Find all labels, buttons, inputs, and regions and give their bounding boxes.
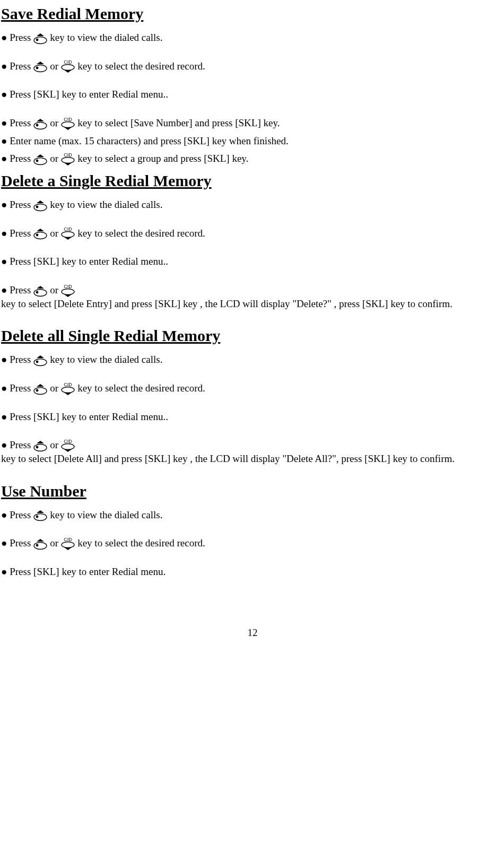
redial-up-icon	[32, 227, 48, 240]
cid-down-icon: CID	[60, 227, 76, 241]
instruction-item: ● Press or CID key to select the desired…	[1, 227, 504, 241]
section-heading: Delete a Single Redial Memory	[1, 170, 504, 191]
svg-point-5	[36, 67, 39, 69]
svg-marker-0	[37, 33, 44, 36]
svg-point-43	[62, 387, 74, 393]
svg-text:CID: CID	[64, 537, 72, 542]
svg-text:CID: CID	[64, 59, 72, 65]
instruction-item: ● Press [SKL] key to enter Redial menu..	[1, 411, 504, 424]
svg-marker-24	[37, 229, 44, 231]
section-heading: Delete all Single Redial Memory	[1, 325, 504, 346]
instruction-item: ● Press or CID key to select a group and…	[1, 152, 504, 166]
cid-down-icon: CID	[60, 536, 76, 551]
instruction-item: ● Press [SKL] key to enter Redial menu..	[1, 255, 504, 268]
svg-point-22	[34, 204, 47, 211]
svg-point-13	[62, 121, 74, 127]
svg-marker-45	[37, 441, 44, 443]
svg-marker-8	[64, 70, 72, 73]
instruction-item: ● Press key to view the dialed calls.	[1, 353, 504, 367]
svg-point-53	[36, 516, 39, 518]
svg-point-41	[36, 389, 39, 391]
svg-marker-14	[64, 127, 72, 130]
svg-point-58	[62, 542, 74, 548]
svg-marker-3	[37, 62, 44, 64]
svg-point-56	[36, 544, 39, 547]
svg-point-31	[34, 289, 47, 296]
redial-up-icon	[32, 439, 48, 452]
redial-up-icon	[32, 117, 48, 130]
svg-point-2	[36, 38, 39, 41]
svg-marker-44	[64, 393, 72, 395]
cid-down-icon: CID	[60, 381, 76, 396]
svg-point-11	[36, 124, 39, 126]
svg-text:CID: CID	[64, 227, 72, 232]
svg-point-49	[62, 443, 74, 449]
svg-marker-39	[37, 384, 44, 387]
redial-up-icon	[32, 152, 48, 165]
section-heading: Use Number	[1, 481, 504, 501]
svg-text:CID: CID	[64, 284, 72, 289]
redial-up-icon	[32, 537, 48, 550]
svg-marker-20	[64, 163, 72, 165]
instruction-item: ● Press key to view the dialed calls.	[1, 31, 504, 45]
svg-text:CID: CID	[64, 382, 72, 387]
cid-down-icon: CID	[60, 59, 76, 74]
svg-marker-30	[37, 286, 44, 289]
svg-text:CID: CID	[64, 117, 72, 122]
instruction-item: ● Press or CID key to select the desired…	[1, 536, 504, 551]
instruction-item: ● Press or CID key to select [Save Numbe…	[1, 116, 504, 130]
instruction-item: ● Press or CID key to select the desired…	[1, 59, 504, 74]
svg-point-10	[34, 122, 47, 129]
svg-point-32	[36, 291, 39, 293]
svg-point-46	[34, 444, 47, 451]
instruction-item: ● Press key to view the dialed calls.	[1, 198, 504, 212]
instruction-item: ● Press key to view the dialed calls.	[1, 509, 504, 522]
redial-up-icon	[32, 353, 48, 367]
svg-point-25	[34, 232, 47, 239]
svg-point-7	[62, 65, 74, 71]
cid-down-icon: CID	[60, 283, 76, 298]
svg-marker-15	[37, 154, 44, 157]
svg-point-34	[62, 289, 74, 294]
svg-marker-21	[37, 201, 44, 203]
section-heading: Save Redial Memory	[1, 3, 504, 24]
svg-point-37	[34, 359, 47, 365]
svg-point-28	[62, 232, 74, 238]
svg-point-47	[36, 446, 39, 449]
instruction-item: ● Press or CID key to select [Delete All…	[1, 438, 504, 465]
svg-point-55	[34, 542, 47, 549]
instruction-item: ● Press [SKL] key to enter Redial menu..	[1, 88, 504, 101]
redial-up-icon	[32, 284, 48, 297]
svg-point-17	[36, 160, 39, 162]
svg-marker-51	[37, 510, 44, 513]
svg-point-16	[34, 158, 47, 164]
redial-up-icon	[32, 60, 48, 73]
svg-text:CID: CID	[64, 439, 72, 444]
redial-up-icon	[32, 31, 48, 45]
page-number: 12	[1, 626, 504, 640]
redial-up-icon	[32, 509, 48, 522]
redial-up-icon	[32, 198, 48, 212]
instruction-item: ● Press or CID key to select [Delete Ent…	[1, 283, 504, 310]
svg-point-40	[34, 387, 47, 394]
svg-marker-29	[64, 237, 72, 240]
svg-point-1	[34, 37, 47, 43]
svg-marker-59	[64, 547, 72, 550]
svg-point-4	[34, 65, 47, 72]
instruction-item: ● Press [SKL] key to enter Redial menu.	[1, 565, 504, 579]
svg-point-23	[36, 205, 39, 208]
cid-down-icon: CID	[60, 438, 76, 452]
instruction-item: ● Press or CID key to select the desired…	[1, 381, 504, 396]
redial-up-icon	[32, 382, 48, 395]
instruction-item: ● Enter name (max. 15 characters) and pr…	[1, 135, 504, 148]
svg-marker-54	[37, 539, 44, 542]
svg-marker-36	[37, 355, 44, 358]
svg-point-26	[36, 234, 39, 237]
svg-point-19	[62, 157, 74, 163]
svg-marker-50	[64, 449, 72, 452]
svg-point-38	[36, 361, 39, 363]
cid-down-icon: CID	[60, 116, 76, 130]
svg-text:CID: CID	[64, 152, 72, 158]
cid-down-icon: CID	[60, 152, 76, 166]
svg-marker-35	[64, 294, 72, 297]
